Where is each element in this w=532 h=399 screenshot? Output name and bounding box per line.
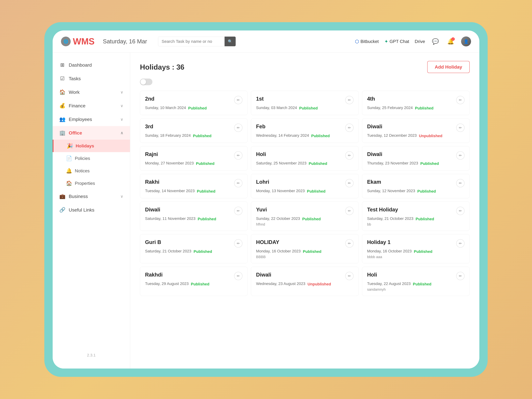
holiday-extra: BBBB xyxy=(256,255,353,259)
edit-button[interactable]: ✏ xyxy=(234,207,242,215)
sidebar-item-employees[interactable]: 👥 Employees ∨ xyxy=(53,113,130,126)
sidebar-item-finance[interactable]: 💰 Finance ∨ xyxy=(53,99,130,113)
holiday-card: Ekam ✏ Sunday, 12 November 2023 Publishe… xyxy=(362,174,470,198)
holiday-status: Published xyxy=(417,189,436,194)
sidebar-item-useful-links[interactable]: 🔗 Useful Links xyxy=(53,203,130,217)
search-button[interactable]: 🔍 xyxy=(225,37,236,46)
add-holiday-button[interactable]: Add Holiday xyxy=(427,61,470,73)
edit-button[interactable]: ✏ xyxy=(234,151,242,160)
page-title: Holidays : 36 xyxy=(140,63,184,71)
toggle-switch[interactable] xyxy=(140,79,152,85)
holiday-card-header: Diwali ✏ xyxy=(367,151,464,160)
edit-button[interactable]: ✏ xyxy=(234,124,242,132)
holiday-card-header: Rajni ✏ xyxy=(145,151,242,160)
bitbucket-link[interactable]: ⬡ Bitbucket xyxy=(355,39,379,44)
holiday-card: Holi ✏ Tuesday, 22 August 2023 Published… xyxy=(362,267,470,296)
holiday-date: Wednesday, 14 February 2024 xyxy=(256,133,309,138)
holiday-date-row: Wednesday, 14 February 2024 Published xyxy=(256,133,353,139)
holiday-card: Rakhdi ✏ Tuesday, 29 August 2023 Publish… xyxy=(140,267,247,296)
holiday-card-header: Diwali ✏ xyxy=(256,272,353,280)
edit-button[interactable]: ✏ xyxy=(345,124,354,132)
edit-button[interactable]: ✏ xyxy=(345,207,354,215)
holiday-date-row: Sunday, 10 March 2024 Published xyxy=(145,106,242,111)
edit-button[interactable]: ✏ xyxy=(456,179,464,187)
gpt-chat-link[interactable]: ✦ GPT Chat xyxy=(384,39,409,44)
sidebar-sub-item-holidays[interactable]: 🎉 Holidays xyxy=(53,140,130,152)
holiday-date-row: Monday, 27 November 2023 Published xyxy=(145,161,242,166)
holiday-card-header: Diwali ✏ xyxy=(367,124,464,132)
holiday-name: Diwali xyxy=(367,124,382,130)
holiday-date: Wednesday, 23 August 2023 xyxy=(256,282,305,286)
messages-button[interactable]: 💬 xyxy=(431,37,440,46)
holiday-date: Saturday, 21 October 2023 xyxy=(367,216,413,221)
avatar[interactable]: 👤 xyxy=(461,36,471,46)
sidebar-sub-item-properties[interactable]: 🏠 Properties xyxy=(53,177,130,190)
search-area: 🔍 xyxy=(158,37,349,46)
holiday-name: Holi xyxy=(256,151,266,157)
chevron-up-icon: ∧ xyxy=(120,131,123,135)
edit-button[interactable]: ✏ xyxy=(345,179,354,187)
holiday-card-header: Feb ✏ xyxy=(256,124,353,132)
holiday-card: Diwali ✏ Tuesday, 12 December 2023 Unpub… xyxy=(362,119,470,143)
holiday-status: Published xyxy=(302,217,321,221)
holiday-extra: bb xyxy=(367,222,464,227)
holiday-name: 1st xyxy=(256,96,264,102)
edit-button[interactable]: ✏ xyxy=(456,124,464,132)
holiday-name: Guri B xyxy=(145,239,161,245)
gpt-label: GPT Chat xyxy=(390,39,409,44)
holiday-status: Published xyxy=(307,189,326,194)
holiday-card-header: HOLIDAY ✏ xyxy=(256,239,353,247)
holiday-name: Rajni xyxy=(145,151,158,157)
sidebar-item-business[interactable]: 💼 Business ∨ xyxy=(53,190,130,203)
edit-button[interactable]: ✏ xyxy=(234,272,242,280)
edit-button[interactable]: ✏ xyxy=(234,179,242,187)
holiday-date: Sunday, 25 February 2024 xyxy=(367,106,413,110)
edit-button[interactable]: ✏ xyxy=(234,239,242,247)
holiday-card-header: Lohri ✏ xyxy=(256,179,353,187)
edit-button[interactable]: ✏ xyxy=(456,239,464,247)
sidebar-sub-item-notices[interactable]: 🔔 Notices xyxy=(53,165,130,177)
edit-button[interactable]: ✏ xyxy=(456,151,464,160)
holiday-date: Saturday, 21 October 2023 xyxy=(145,249,191,253)
holiday-date-row: Saturday, 11 November 2023 Published xyxy=(145,216,242,222)
holiday-date: Monday, 16 October 2023 xyxy=(256,249,301,253)
inner-card: 🌐 WMS Saturday, 16 Mar 🔍 ⬡ Bitbucket ✦ G… xyxy=(53,31,479,368)
edit-button[interactable]: ✏ xyxy=(345,272,354,280)
holiday-date-row: Tuesday, 29 August 2023 Published xyxy=(145,282,242,287)
holiday-status: Published xyxy=(413,282,431,286)
sidebar-item-work[interactable]: 🏠 Work ∨ xyxy=(53,85,130,99)
employees-icon: 👥 xyxy=(59,116,65,122)
bitbucket-label: Bitbucket xyxy=(361,39,379,44)
edit-button[interactable]: ✏ xyxy=(345,151,354,160)
sidebar-sub-item-policies[interactable]: 📄 Policies xyxy=(53,152,130,165)
holiday-name: 4th xyxy=(367,96,375,102)
sidebar-item-office[interactable]: 🏢 Office ∧ xyxy=(53,126,130,140)
chevron-down-icon: ∨ xyxy=(120,90,123,95)
holiday-card: 1st ✏ Sunday, 03 March 2024 Published xyxy=(251,91,359,115)
tasks-icon: ☑ xyxy=(59,76,65,82)
holiday-date-row: Saturday, 21 October 2023 Published xyxy=(145,249,242,254)
edit-button[interactable]: ✏ xyxy=(345,239,354,247)
holiday-card-header: 1st ✏ xyxy=(256,96,353,104)
holiday-status: Published xyxy=(416,217,434,221)
holiday-card: 3rd ✏ Sunday, 18 February 2024 Published xyxy=(140,119,247,143)
holiday-card-header: Yuvi ✏ xyxy=(256,207,353,215)
holiday-date-row: Sunday, 03 March 2024 Published xyxy=(256,106,353,111)
edit-button[interactable]: ✏ xyxy=(456,272,464,280)
edit-button[interactable]: ✏ xyxy=(456,207,464,215)
drive-link[interactable]: Drive xyxy=(415,39,425,44)
holiday-card-header: Test Holiday ✏ xyxy=(367,207,464,215)
search-input[interactable] xyxy=(158,37,225,46)
policies-icon: 📄 xyxy=(66,155,72,161)
sidebar-item-dashboard[interactable]: ⊞ Dashboard xyxy=(53,58,130,72)
chevron-down-icon: ∨ xyxy=(120,194,123,199)
notifications-button[interactable]: 🔔 2 xyxy=(446,37,456,46)
holiday-status: Unpublished xyxy=(419,134,443,138)
sidebar-item-tasks[interactable]: ☑ Tasks xyxy=(53,72,130,85)
edit-button[interactable]: ✏ xyxy=(345,96,354,104)
edit-button[interactable]: ✏ xyxy=(234,96,242,104)
edit-button[interactable]: ✏ xyxy=(456,96,464,104)
holiday-card: Holi ✏ Saturday, 25 November 2023 Publis… xyxy=(251,146,359,171)
holiday-date: Sunday, 10 March 2024 xyxy=(145,106,186,110)
drive-label: Drive xyxy=(415,39,425,44)
